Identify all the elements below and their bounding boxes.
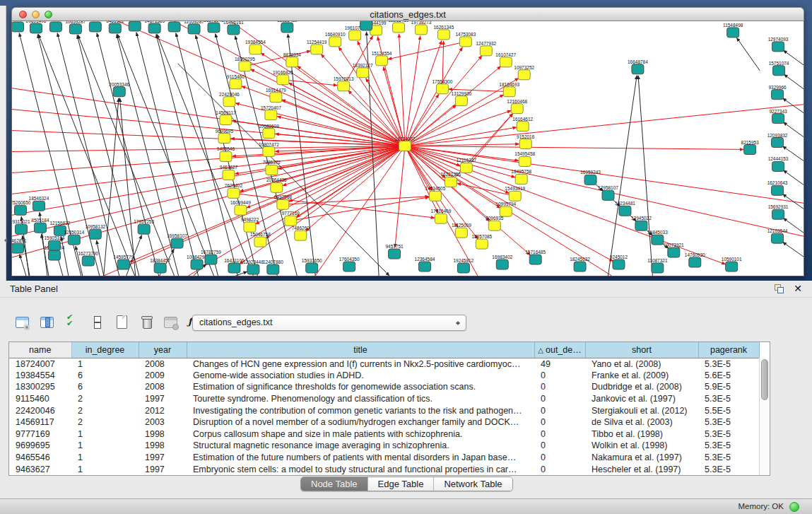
- graph-node[interactable]: [265, 110, 277, 120]
- graph-node[interactable]: [208, 23, 220, 33]
- cell[interactable]: 9115460: [9, 393, 71, 405]
- cell[interactable]: 2: [71, 393, 139, 405]
- graph-node[interactable]: [619, 206, 631, 216]
- table-row[interactable]: 1830029562008Estimation of significance …: [9, 381, 759, 393]
- cell[interactable]: 1998: [139, 428, 187, 440]
- graph-node[interactable]: [500, 57, 512, 67]
- tab-network-table[interactable]: Network Table: [434, 477, 512, 491]
- graph-node[interactable]: [82, 256, 94, 266]
- graph-node[interactable]: [418, 262, 430, 271]
- graph-node[interactable]: [171, 238, 183, 248]
- graph-node[interactable]: [281, 23, 293, 33]
- graph-node[interactable]: [271, 182, 283, 192]
- graph-node[interactable]: [311, 45, 323, 54]
- cell[interactable]: 18300295: [9, 381, 71, 393]
- table-row[interactable]: 977716911998Corpus callosum shape and si…: [9, 428, 759, 440]
- graph-node[interactable]: [435, 214, 447, 223]
- cell[interactable]: 1997: [139, 452, 187, 464]
- cell[interactable]: 1: [71, 463, 139, 475]
- cell[interactable]: 1997: [139, 463, 187, 475]
- graph-node[interactable]: [277, 75, 289, 85]
- graph-node[interactable]: [68, 235, 80, 245]
- cell[interactable]: 1: [71, 452, 139, 464]
- cell[interactable]: Yano et al. (2008): [585, 358, 698, 370]
- column-header-short[interactable]: short: [585, 342, 698, 358]
- graph-node[interactable]: [529, 255, 541, 264]
- graph-node[interactable]: [33, 201, 45, 211]
- graph-node[interactable]: [744, 145, 756, 155]
- graph-node[interactable]: [445, 177, 457, 187]
- column-header-pagerank[interactable]: pagerank: [698, 342, 759, 358]
- graph-node[interactable]: [455, 228, 467, 238]
- graph-node[interactable]: [772, 42, 784, 52]
- cell[interactable]: 1: [71, 358, 139, 370]
- graph-node[interactable]: [239, 62, 251, 71]
- graph-node[interactable]: [602, 190, 614, 200]
- graph-node[interactable]: [726, 262, 738, 271]
- graph-node[interactable]: [349, 30, 361, 40]
- graph-node[interactable]: [772, 185, 784, 195]
- cell[interactable]: 9463627: [9, 463, 71, 475]
- graph-node[interactable]: [772, 114, 784, 124]
- graph-node[interactable]: [148, 23, 160, 33]
- graph-node[interactable]: [773, 66, 785, 76]
- graph-node[interactable]: [30, 23, 42, 33]
- import-table-disabled-button[interactable]: [161, 313, 181, 332]
- cell[interactable]: 0: [534, 428, 585, 440]
- graph-node[interactable]: [220, 151, 232, 161]
- graph-node[interactable]: [306, 263, 318, 273]
- graph-node[interactable]: [228, 25, 240, 35]
- citation-network-graph[interactable]: 1872400719384554183002959115460224200461…: [12, 21, 804, 276]
- graph-node[interactable]: [48, 250, 60, 260]
- cell[interactable]: 0: [534, 381, 585, 393]
- graph-node[interactable]: [772, 209, 784, 219]
- graph-node[interactable]: [436, 84, 448, 94]
- cell[interactable]: 5.6E-5: [698, 370, 759, 382]
- graph-node[interactable]: [415, 25, 427, 35]
- graph-node[interactable]: [632, 64, 644, 74]
- graph-node[interactable]: [376, 56, 388, 66]
- table-row[interactable]: 1456911722003Disruption of a novel membe…: [9, 416, 759, 428]
- cell[interactable]: Stergiakouli et al. (2012): [585, 404, 698, 416]
- graph-node[interactable]: [343, 262, 355, 271]
- graph-node[interactable]: [244, 222, 256, 232]
- cell[interactable]: 9699695: [9, 440, 71, 452]
- graph-node[interactable]: [689, 257, 701, 267]
- cell[interactable]: Corpus callosum shape and size in male p…: [187, 428, 534, 440]
- table-row[interactable]: 969969511998Structural magnetic resonanc…: [9, 440, 759, 452]
- graph-node[interactable]: [613, 259, 625, 269]
- graph-node[interactable]: [249, 45, 261, 54]
- graph-node[interactable]: [285, 216, 297, 226]
- graph-node[interactable]: [49, 22, 61, 32]
- cell[interactable]: 2012: [139, 404, 187, 416]
- graph-node[interactable]: [584, 175, 596, 185]
- table-scrollbar[interactable]: [759, 358, 770, 475]
- graph-node[interactable]: [286, 57, 298, 67]
- cell[interactable]: 2008: [139, 358, 187, 370]
- table-row[interactable]: 911546021997Tourette syndrome. Phenomeno…: [9, 393, 759, 405]
- graph-node[interactable]: [89, 229, 101, 239]
- graph-node[interactable]: [191, 259, 203, 269]
- cell[interactable]: 0: [534, 452, 585, 464]
- graph-node[interactable]: [515, 174, 527, 184]
- cell[interactable]: Genome-wide association studies in ADHD.: [187, 370, 534, 382]
- graph-node[interactable]: [652, 235, 664, 245]
- graph-node[interactable]: [429, 191, 441, 201]
- cell[interactable]: 19384554: [9, 370, 71, 382]
- graph-node[interactable]: [329, 37, 341, 47]
- graph-node[interactable]: [109, 23, 121, 33]
- graph-node[interactable]: [263, 129, 275, 139]
- delete-table-button[interactable]: [136, 313, 156, 332]
- graph-node[interactable]: [89, 22, 101, 32]
- table-row[interactable]: 1938455462009Genome-wide association stu…: [9, 370, 759, 382]
- close-window-icon[interactable]: [19, 11, 27, 18]
- cell[interactable]: Franke et al. (2009): [585, 370, 698, 382]
- cell[interactable]: 2: [71, 404, 139, 416]
- cell[interactable]: Hescheler et al. (1997): [585, 463, 698, 475]
- graph-node[interactable]: [519, 139, 531, 149]
- zoom-window-icon[interactable]: [45, 11, 52, 18]
- network-window-titlebar[interactable]: citations_edges.txt: [11, 7, 804, 21]
- cell[interactable]: 1997: [139, 393, 187, 405]
- float-panel-icon[interactable]: [775, 284, 784, 293]
- cell[interactable]: Disruption of a novel member of a sodium…: [187, 416, 534, 428]
